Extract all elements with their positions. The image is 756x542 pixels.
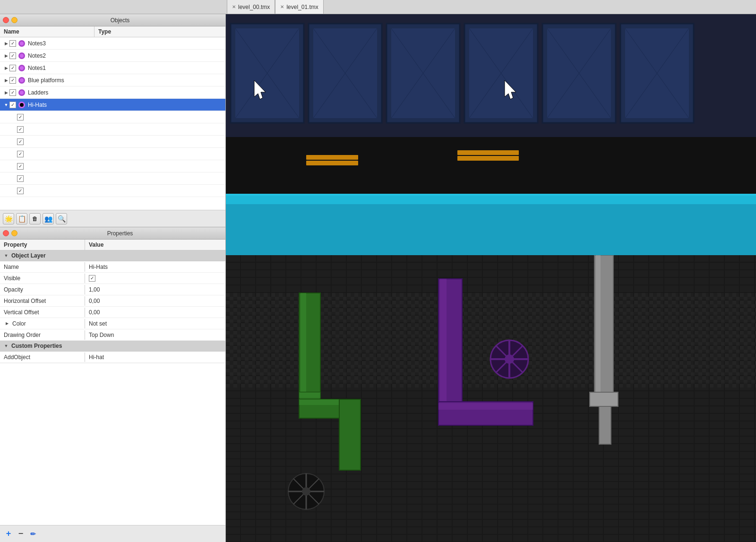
expand-custom-properties[interactable] [3,343,9,349]
notes1-icon [17,64,26,72]
checkbox-child-4[interactable] [17,151,24,157]
svg-rect-45 [226,194,756,196]
blue-platforms-icon [17,76,26,85]
expand-color[interactable] [4,320,10,327]
checkbox-child-1[interactable] [17,114,24,120]
objects-toolbar: 🌟 📋 🗑 👥 🔍 [0,210,225,227]
object-child-7[interactable] [0,185,225,197]
checkbox-child-7[interactable] [17,188,24,194]
properties-panel: Properties Property Value Object Layer N… [0,227,226,542]
ladders-icon [17,88,26,97]
prop-color-label: Color [0,319,85,328]
expand-blue-platforms[interactable] [3,77,9,84]
left-panels: Objects Name Type Notes3 [0,14,226,542]
object-child-2[interactable] [0,123,225,136]
object-item-notes2[interactable]: Notes2 [0,50,225,62]
add-icon: 🌟 [5,215,13,223]
tab-level-00[interactable]: ✕ level_00.tmx [227,0,275,14]
props-property-header: Property [0,240,85,250]
add-object-btn[interactable]: 🌟 [3,213,14,224]
object-child-6[interactable] [0,172,225,185]
object-child-4[interactable] [0,148,225,160]
object-item-blue-platforms[interactable]: Blue platforms [0,74,225,86]
svg-rect-64 [438,403,533,410]
properties-minimize-btn[interactable] [11,230,17,236]
expand-notes1[interactable] [3,65,9,71]
props-value-header: Value [85,240,107,250]
object-child-1[interactable] [0,111,225,123]
water-svg [226,194,756,255]
checkbox-child-6[interactable] [17,175,24,182]
prop-addobject-row: AddObject Hi-hat [0,352,225,363]
props-add-btn[interactable]: + [4,529,13,539]
game-windows-svg [226,14,756,137]
search-object-btn[interactable]: 🔍 [56,213,67,224]
expand-hi-hats[interactable] [3,102,9,108]
svg-rect-74 [599,406,611,444]
checkbox-notes2[interactable] [9,52,16,59]
prop-vert-offset-label: Vertical Offset [0,308,85,317]
checkbox-notes3[interactable] [9,40,16,47]
checkbox-blue-platforms[interactable] [9,77,16,84]
svg-rect-73 [590,392,618,406]
prop-vert-offset-value: 0,00 [85,308,225,317]
prop-horiz-offset-row: Horizontal Offset 0,00 [0,295,225,307]
svg-rect-39 [306,155,358,160]
pipes-svg [226,255,756,542]
expand-notes2[interactable] [3,52,9,59]
delete-object-btn[interactable]: 🗑 [29,213,41,224]
checkbox-notes1[interactable] [9,65,16,71]
tab-level-01[interactable]: ✕ level_01.tmx [275,0,323,14]
tab-close-level-00[interactable]: ✕ [232,4,236,9]
checkbox-hi-hats[interactable] [9,102,16,108]
properties-close-btn[interactable] [3,230,9,236]
checkbox-child-2[interactable] [17,126,24,133]
object-item-hi-hats[interactable]: Hi-Hats [0,99,225,111]
svg-rect-44 [226,204,756,255]
props-column-headers: Property Value [0,240,225,250]
prop-horiz-offset-label: Horizontal Offset [0,296,85,306]
objects-name-header: Name [0,26,94,37]
properties-titlebar: Properties [0,227,225,240]
objects-close-btn[interactable] [3,17,9,23]
objects-minimize-btn[interactable] [11,17,17,23]
object-child-3[interactable] [0,136,225,148]
object-item-notes3[interactable]: Notes3 [0,37,225,50]
group-object-btn[interactable]: 👥 [43,213,54,224]
main-layout: Objects Name Type Notes3 [0,14,756,542]
game-section-pipes [226,255,756,542]
props-remove-btn[interactable]: − [16,529,26,539]
expand-object-layer[interactable] [3,252,9,259]
ladders-label: Ladders [28,89,48,96]
object-child-5[interactable] [0,160,225,172]
custom-properties-label: Custom Properties [11,343,62,349]
checkbox-child-3[interactable] [17,138,24,145]
object-item-notes1[interactable]: Notes1 [0,62,225,74]
prop-vert-offset-row: Vertical Offset 0,00 [0,307,225,318]
svg-rect-40 [306,161,358,165]
duplicate-object-btn[interactable]: 📋 [16,213,27,224]
notes2-icon [17,52,26,60]
prop-name-label: Name [0,262,85,272]
game-canvas[interactable] [226,14,756,542]
checkbox-ladders[interactable] [9,89,16,96]
prop-color-row: Color Not set [0,318,225,329]
delete-icon: 🗑 [32,215,38,222]
tab-close-level-01[interactable]: ✕ [280,4,284,9]
svg-point-7 [20,78,24,82]
prop-visible-row: Visible [0,273,225,284]
props-edit-btn[interactable]: ✏ [28,529,38,539]
expand-ladders[interactable] [3,89,9,96]
checkbox-child-5[interactable] [17,163,24,170]
prop-addobject-label: AddObject [0,353,85,362]
object-layer-group-header[interactable]: Object Layer [0,250,225,261]
object-item-ladders[interactable]: Ladders [0,86,225,99]
prop-visible-checkbox[interactable] [89,275,95,282]
custom-properties-group-header[interactable]: Custom Properties [0,341,225,352]
svg-rect-41 [457,150,519,155]
expand-notes3[interactable] [3,40,9,47]
objects-window-controls [3,17,17,23]
objects-list: Notes3 Notes2 [0,37,225,210]
prop-name-value: Hi-Hats [85,262,225,272]
properties-window-controls [3,230,17,236]
